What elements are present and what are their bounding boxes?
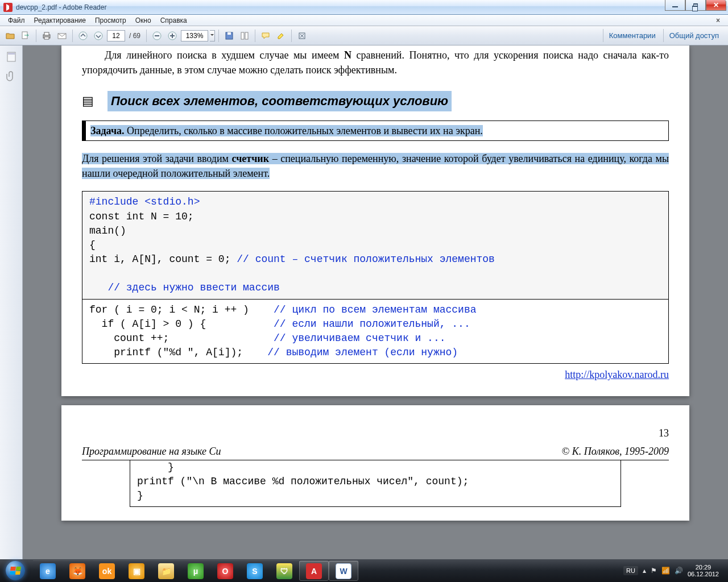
taskbar-skype-icon[interactable]: S (240, 560, 270, 581)
page-number: 13 (82, 426, 669, 440)
taskbar-ie-icon[interactable]: e (33, 560, 63, 581)
page-down-button[interactable] (92, 29, 105, 43)
svg-point-5 (79, 32, 87, 40)
taskbar-utorrent-icon[interactable]: μ (181, 560, 210, 581)
language-indicator[interactable]: RU (623, 566, 638, 575)
toolbar: / 69 Комментарии Общий доступ (0, 26, 728, 45)
export-pdf-button[interactable] (19, 29, 32, 43)
svg-rect-18 (8, 53, 15, 55)
tray-flag-icon[interactable]: ⚑ (651, 567, 657, 575)
zoom-dropdown-button[interactable] (210, 30, 215, 41)
taskbar-opera-icon[interactable]: O (210, 560, 240, 581)
toolbar-divider (72, 30, 73, 42)
code-block-continuation: } printf ("\n В массиве %d положительных… (130, 460, 621, 508)
zoom-out-button[interactable] (150, 29, 164, 43)
task-box: Задача. Определить, сколько в массиве по… (82, 120, 669, 141)
code-block-bottom: for ( i = 0; i < N; i ++ ) // цикл по вс… (82, 300, 669, 364)
toolbar-divider (146, 30, 147, 42)
open-file-button[interactable] (3, 29, 17, 43)
menu-bar: Файл Редактирование Просмотр Окно Справк… (0, 15, 728, 26)
toolbar-divider (36, 30, 36, 42)
page-up-button[interactable] (76, 29, 90, 43)
page-number-input[interactable] (107, 30, 125, 41)
window-restore-button[interactable] (685, 0, 706, 11)
paragraph: Для линейного поиска в худшем случае мы … (82, 45, 669, 77)
zoom-in-button[interactable] (166, 29, 179, 43)
taskbar-shield-icon[interactable]: 🛡 (270, 560, 299, 581)
menu-edit[interactable]: Редактирование (30, 15, 90, 26)
print-button[interactable] (40, 29, 53, 43)
svg-rect-3 (44, 37, 49, 39)
adobe-reader-icon (3, 3, 13, 12)
system-tray: RU ▴ ⚑ 📶 🔊 20:29 06.12.2012 (623, 559, 728, 582)
pdf-page-12: Для линейного поиска в худшем случае мы … (61, 45, 689, 396)
tool-save-button[interactable] (222, 29, 236, 43)
tool-comment-button[interactable] (259, 29, 272, 43)
menu-view[interactable]: Просмотр (90, 15, 131, 26)
footer-url[interactable]: http://kpolyakov.narod.ru (82, 367, 669, 382)
workspace: Для линейного поиска в худшем случае мы … (0, 45, 728, 559)
side-navigation-rail (0, 45, 23, 559)
attachments-icon[interactable] (6, 70, 17, 82)
toolbar-divider (291, 30, 292, 42)
page-total-label: / 69 (129, 32, 140, 40)
window-minimize-button[interactable] (665, 0, 685, 11)
toolbar-divider (255, 30, 255, 42)
window-title: devcpp_2.pdf - Adobe Reader (16, 3, 106, 11)
svg-rect-15 (245, 32, 248, 39)
svg-rect-2 (44, 32, 49, 35)
pdf-viewer[interactable]: Для линейного поиска в худшем случае мы … (23, 45, 728, 559)
taskbar-explorer-icon[interactable]: 📁 (151, 560, 181, 581)
svg-rect-13 (228, 32, 231, 35)
thumbnails-icon[interactable] (6, 51, 17, 63)
start-button[interactable] (0, 559, 31, 582)
code-block-top: #include <stdio.h> const int N = 10; mai… (82, 191, 669, 299)
menu-close-doc-button[interactable]: × (712, 15, 725, 26)
section-heading: ▤ Поиск всех элементов, соответствующих … (82, 91, 669, 111)
windows-taskbar: e 🦊 ok ▣ 📁 μ O S 🛡 A W RU ▴ ⚑ 📶 🔊 20:29 … (0, 559, 728, 582)
taskbar-word-icon[interactable]: W (329, 560, 358, 581)
menu-window[interactable]: Окно (131, 15, 156, 26)
comments-panel-link[interactable]: Комментарии (603, 29, 661, 42)
section-title-text: Поиск всех элементов, соответствующих ус… (107, 91, 452, 111)
menu-help[interactable]: Справка (156, 15, 192, 26)
section-icon: ▤ (82, 92, 94, 110)
svg-rect-14 (241, 32, 244, 39)
tray-network-icon[interactable]: 📶 (661, 567, 670, 575)
email-button[interactable] (55, 29, 69, 43)
menu-file[interactable]: Файл (3, 15, 30, 26)
tool-highlight-button[interactable] (274, 29, 288, 43)
taskbar-adobe-reader-icon[interactable]: A (299, 560, 329, 581)
taskbar-firefox-icon[interactable]: 🦊 (63, 560, 92, 581)
paragraph: Для решения этой задачи вводим счетчик –… (82, 151, 669, 181)
svg-rect-8 (155, 35, 159, 36)
window-close-button[interactable]: ✕ (706, 0, 726, 11)
toolbar-divider (218, 30, 219, 42)
pdf-page-13: 13 Программирование на языке Си © К. Пол… (61, 405, 689, 521)
tool-thumbnail-button[interactable] (238, 29, 251, 43)
page-header: Программирование на языке Си © К. Поляко… (82, 444, 669, 460)
svg-point-6 (94, 32, 102, 40)
svg-rect-11 (172, 34, 173, 38)
taskbar-media-icon[interactable]: ▣ (122, 560, 151, 581)
zoom-level-input[interactable] (181, 30, 208, 41)
tray-volume-icon[interactable]: 🔊 (675, 567, 683, 575)
share-panel-link[interactable]: Общий доступ (663, 29, 725, 42)
window-titlebar: devcpp_2.pdf - Adobe Reader ✕ (0, 0, 728, 15)
taskbar-odnoklassniki-icon[interactable]: ok (92, 560, 122, 581)
tray-clock[interactable]: 20:29 06.12.2012 (688, 564, 719, 577)
tool-sign-button[interactable] (295, 29, 309, 43)
tray-show-hidden-icon[interactable]: ▴ (643, 567, 646, 575)
